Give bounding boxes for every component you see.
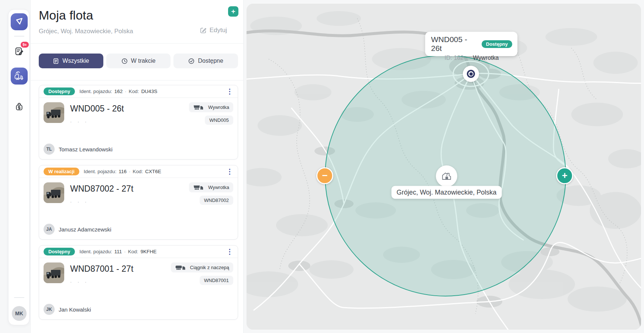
warehouse-icon: [442, 172, 451, 181]
sidebar-divider: [14, 36, 24, 37]
vehicle-code-label: Kod:: [128, 249, 138, 254]
sidebar-divider: [14, 297, 24, 298]
tab-icon: [53, 58, 59, 64]
vehicle-id-label: Ident. pojazdu:: [79, 89, 112, 94]
card-menu-button[interactable]: ⋮: [226, 168, 233, 175]
vehicle-code-label: Kod:: [132, 169, 143, 174]
truck-photo-graphic: [44, 102, 64, 123]
vehicle-card-header: Dostępny Ident. pojazdu: 162 · Kod: DU43…: [39, 85, 238, 98]
vehicle-name: WND87001 - 27t: [70, 264, 133, 274]
radius-increase-button[interactable]: +: [556, 167, 573, 184]
tooltip-status-badge: Dostępny: [482, 40, 512, 48]
user-avatar[interactable]: MK: [12, 306, 27, 321]
driver-row: JK Jan Kowalski: [44, 304, 91, 315]
vehicle-type-tag: Wywrotka: [189, 102, 233, 112]
vehicle-tooltip: WND005 - 26t Dostępny ID: 162 · Wywrotka: [425, 32, 517, 56]
tab-label: Dostępne: [198, 58, 223, 64]
vehicle-name: WND87002 - 27t: [70, 184, 133, 194]
logo-icon: [14, 17, 24, 27]
divider: [31, 80, 243, 80]
edit-button[interactable]: Edytuj: [200, 27, 227, 34]
vehicle-meta: Ident. pojazdu: 162 · Kod: DU43S: [79, 89, 157, 94]
vehicle-card-body: WND87002 - 27t · · ·: [39, 178, 238, 205]
vehicle-title-block: WND005 - 26t · · ·: [70, 102, 124, 125]
tab-icon: [121, 58, 128, 64]
vehicle-tags: Ciągnik z naczepą WND87001: [171, 262, 233, 285]
fleet-filter-tab[interactable]: W trakcie: [106, 54, 171, 68]
vehicle-plate-tag: WND87001: [200, 276, 233, 285]
vehicle-type-label: Wywrotka: [208, 104, 229, 110]
tab-label: W trakcie: [131, 58, 156, 64]
vehicle-card-header: W realizacji Ident. pojazdu: 116 · Kod: …: [39, 165, 238, 178]
driver-name: Jan Kowalski: [59, 306, 91, 313]
sidebar: 9+: [8, 9, 30, 325]
vehicle-detail-dots: · · ·: [70, 279, 133, 285]
vehicle-tags: Wywrotka WND87002: [189, 182, 233, 205]
driver-row: JA Janusz Adamczewski: [44, 224, 111, 235]
driver-avatar: JA: [44, 224, 55, 235]
vehicle-title-block: WND87001 - 27t · · ·: [70, 262, 133, 285]
vehicle-detail-dots: · · ·: [70, 199, 133, 205]
notes-icon: [14, 47, 24, 56]
fleet-filter-tab[interactable]: Wszystkie: [39, 54, 103, 68]
add-vehicle-button[interactable]: +: [228, 6, 238, 17]
driver-avatar: JK: [44, 304, 55, 315]
vehicle-type-label: Wywrotka: [208, 185, 229, 190]
tooltip-vehicle-id: ID: 162: [444, 55, 464, 61]
status-badge: W realizacji: [44, 168, 79, 175]
vehicle-id-value: 162: [114, 89, 123, 94]
fleet-panel: Moja flota Grójec, Woj. Mazowieckie, Pol…: [30, 0, 244, 333]
vehicle-code-value: 9KFHE: [141, 249, 157, 254]
card-menu-button[interactable]: ⋮: [226, 248, 233, 255]
page-title: Moja flota: [39, 8, 93, 23]
vehicle-code-value: DU43S: [141, 89, 158, 94]
vehicle-plate-tag: WND005: [205, 116, 233, 125]
vehicle-card-body: WND87001 - 27t · · ·: [39, 258, 238, 285]
clock-icon: [121, 58, 128, 64]
vehicle-meta: Ident. pojazdu: 116 · Kod: CXT6E: [84, 169, 161, 174]
status-badge: Dostępny: [44, 248, 75, 255]
vehicle-name: WND005 - 26t: [70, 104, 124, 114]
driver-name: Tomasz Lewandowski: [59, 146, 113, 152]
vehicle-card[interactable]: Dostępny Ident. pojazdu: 162 · Kod: DU43…: [39, 85, 238, 159]
app-root: 9+: [0, 0, 644, 333]
vehicle-card[interactable]: W realizacji Ident. pojazdu: 116 · Kod: …: [39, 165, 238, 240]
fleet-filter-tabs: Wszystkie W trakcie: [39, 54, 238, 68]
dump-truck-icon: [193, 184, 205, 190]
truck-photo-graphic: [44, 182, 64, 203]
vehicle-card[interactable]: Dostępny Ident. pojazdu: 111 · Kod: 9KFH…: [39, 245, 238, 320]
driver-avatar: TL: [44, 144, 55, 155]
meta-separator: ·: [125, 89, 127, 94]
fleet-filter-tab[interactable]: Dostępne: [173, 54, 238, 68]
tooltip-separator: ·: [467, 55, 469, 61]
marker-dot: [469, 72, 473, 76]
notification-badge: 9+: [21, 42, 29, 48]
tooltip-header: WND005 - 26t Dostępny: [431, 35, 512, 53]
pencil-icon: [200, 27, 207, 34]
vehicle-list: Dostępny Ident. pojazdu: 162 · Kod: DU43…: [39, 85, 238, 325]
vehicle-code-value: CXT6E: [145, 169, 161, 174]
semi-truck-icon: [175, 264, 187, 271]
tab-icon: [188, 58, 194, 64]
truck-photo-graphic: [44, 262, 64, 283]
vehicle-plate-tag: WND87002: [200, 196, 233, 205]
app-logo[interactable]: [11, 13, 28, 30]
vehicle-id-label: Ident. pojazdu:: [79, 249, 112, 254]
vehicle-location-marker[interactable]: [463, 66, 479, 82]
money-bag-icon: [14, 102, 24, 111]
vehicle-meta: Ident. pojazdu: 111 · Kod: 9KFHE: [79, 249, 156, 254]
edit-button-label: Edytuj: [210, 27, 227, 34]
vehicle-id-value: 116: [118, 169, 127, 174]
vehicle-photo: [44, 182, 64, 203]
map[interactable]: Grójec, Woj. Mazowieckie, Polska WND005 …: [247, 4, 641, 330]
sidebar-item-finance[interactable]: [12, 99, 27, 114]
vehicle-type-label: Ciągnik z naczepą: [190, 265, 229, 270]
card-menu-button[interactable]: ⋮: [226, 88, 233, 95]
sidebar-item-fleet[interactable]: [11, 68, 28, 85]
list-icon: [53, 58, 59, 64]
fleet-base-marker[interactable]: [436, 165, 457, 187]
meta-separator: ·: [129, 169, 131, 174]
vehicle-photo: [44, 262, 64, 283]
vehicle-code-label: Kod:: [129, 89, 139, 94]
radius-decrease-button[interactable]: −: [316, 167, 333, 184]
